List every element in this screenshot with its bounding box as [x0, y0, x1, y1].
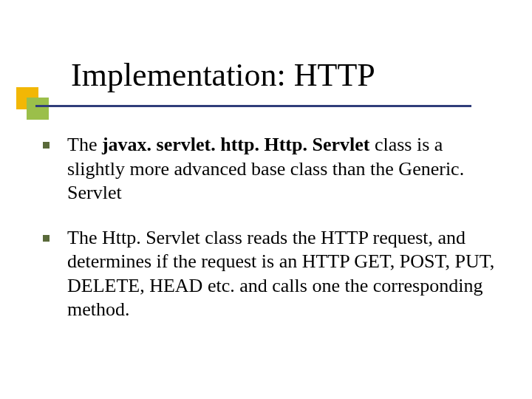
title-underline: [35, 105, 471, 107]
bullet-text: The javax. servlet. http. Http. Servlet …: [67, 133, 502, 205]
bullet-post: The Http. Servlet class reads the HTTP r…: [67, 227, 494, 321]
bullet-icon: [43, 235, 50, 242]
slide: Implementation: HTTP The javax. servlet.…: [0, 0, 532, 399]
bullet-text: The Http. Servlet class reads the HTTP r…: [67, 226, 502, 322]
bullet-pre: The: [67, 134, 102, 155]
slide-body: The javax. servlet. http. Http. Servlet …: [43, 133, 502, 343]
slide-title: Implementation: HTTP: [71, 58, 375, 93]
bullet-icon: [43, 142, 50, 149]
bullet-bold: javax. servlet. http. Http. Servlet: [102, 134, 369, 155]
list-item: The javax. servlet. http. Http. Servlet …: [43, 133, 502, 205]
list-item: The Http. Servlet class reads the HTTP r…: [43, 226, 502, 322]
